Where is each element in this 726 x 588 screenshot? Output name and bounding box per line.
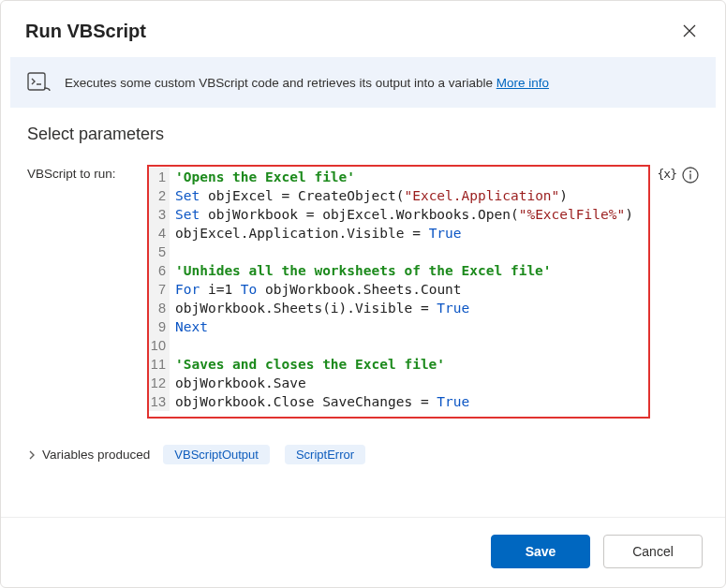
save-button[interactable]: Save: [491, 535, 590, 568]
line-number: 2: [149, 186, 170, 205]
param-label: VBScript to run:: [27, 165, 140, 181]
code-content: Set objWorkbook = objExcel.Workbooks.Ope…: [170, 205, 633, 224]
code-content: [170, 243, 175, 261]
code-content: 'Saves and closes the Excel file': [170, 355, 445, 374]
info-text-content: Executes some custom VBScript code and r…: [65, 76, 496, 90]
section-title: Select parameters: [27, 125, 699, 144]
line-number: 11: [149, 355, 170, 374]
line-number: 6: [149, 261, 170, 280]
info-text: Executes some custom VBScript code and r…: [65, 76, 549, 90]
chevron-right-icon: [27, 449, 37, 461]
code-line: 12objWorkbook.Save: [149, 374, 648, 392]
line-number: 13: [149, 392, 170, 411]
more-info-link[interactable]: More info: [496, 76, 549, 90]
line-number: 8: [149, 299, 170, 317]
variables-produced-toggle[interactable]: Variables produced: [27, 448, 150, 462]
close-button[interactable]: [676, 18, 703, 44]
code-line: 5: [149, 243, 648, 261]
cancel-button[interactable]: Cancel: [603, 535, 703, 568]
dialog-body: Select parameters VBScript to run: 1'Ope…: [1, 108, 725, 517]
code-editor[interactable]: 1'Opens the Excel file'2Set objExcel = C…: [147, 165, 650, 419]
code-line: 3Set objWorkbook = objExcel.Workbooks.Op…: [149, 205, 648, 224]
line-number: 4: [149, 224, 170, 243]
code-content: 'Opens the Excel file': [170, 168, 355, 186]
code-line: 7For i=1 To objWorkbook.Sheets.Count: [149, 280, 648, 299]
variable-picker-button[interactable]: {x}: [658, 167, 676, 181]
code-content: objWorkbook.Sheets(i).Visible = True: [170, 299, 469, 317]
code-line: 4objExcel.Application.Visible = True: [149, 224, 648, 243]
param-row-vbscript: VBScript to run: 1'Opens the Excel file'…: [27, 165, 699, 419]
svg-rect-0: [28, 73, 45, 90]
info-icon: [682, 167, 699, 184]
dialog-title: Run VBScript: [25, 21, 146, 42]
code-line: 6'Unhides all the worksheets of the Exce…: [149, 261, 648, 280]
line-number: 10: [149, 336, 170, 355]
code-content: [170, 336, 175, 355]
code-content: Set objExcel = CreateObject("Excel.Appli…: [170, 186, 568, 205]
line-number: 5: [149, 243, 170, 261]
code-line: 13objWorkbook.Close SaveChanges = True: [149, 392, 648, 411]
code-content: Next: [170, 317, 208, 336]
code-line: 11'Saves and closes the Excel file': [149, 355, 648, 374]
line-number: 3: [149, 205, 170, 224]
code-content: objWorkbook.Save: [170, 374, 306, 392]
variables-produced-label: Variables produced: [42, 448, 150, 462]
info-banner: Executes some custom VBScript code and r…: [10, 57, 716, 108]
code-line: 8objWorkbook.Sheets(i).Visible = True: [149, 299, 648, 317]
line-number: 1: [149, 168, 170, 186]
line-number: 12: [149, 374, 170, 392]
dialog-header: Run VBScript: [1, 1, 725, 57]
script-icon: [27, 72, 52, 93]
variable-chips: VBScriptOutputScriptError: [163, 445, 365, 464]
code-line: 2Set objExcel = CreateObject("Excel.Appl…: [149, 186, 648, 205]
code-line: 10: [149, 336, 648, 355]
code-line: 9Next: [149, 317, 648, 336]
svg-rect-3: [689, 174, 690, 180]
code-content: objExcel.Application.Visible = True: [170, 224, 462, 243]
code-line: 1'Opens the Excel file': [149, 168, 648, 186]
svg-point-2: [689, 170, 691, 172]
editor-side-icons: {x}: [658, 165, 699, 184]
variable-chip[interactable]: VBScriptOutput: [163, 445, 270, 464]
close-icon: [683, 24, 696, 37]
line-number: 9: [149, 317, 170, 336]
line-number: 7: [149, 280, 170, 299]
param-info-button[interactable]: [682, 167, 699, 184]
code-content: For i=1 To objWorkbook.Sheets.Count: [170, 280, 462, 299]
code-content: objWorkbook.Close SaveChanges = True: [170, 392, 469, 411]
variables-produced-row: Variables produced VBScriptOutputScriptE…: [27, 445, 699, 464]
dialog-footer: Save Cancel: [1, 517, 725, 587]
code-content: 'Unhides all the worksheets of the Excel…: [170, 261, 552, 280]
variable-chip[interactable]: ScriptError: [285, 445, 365, 464]
